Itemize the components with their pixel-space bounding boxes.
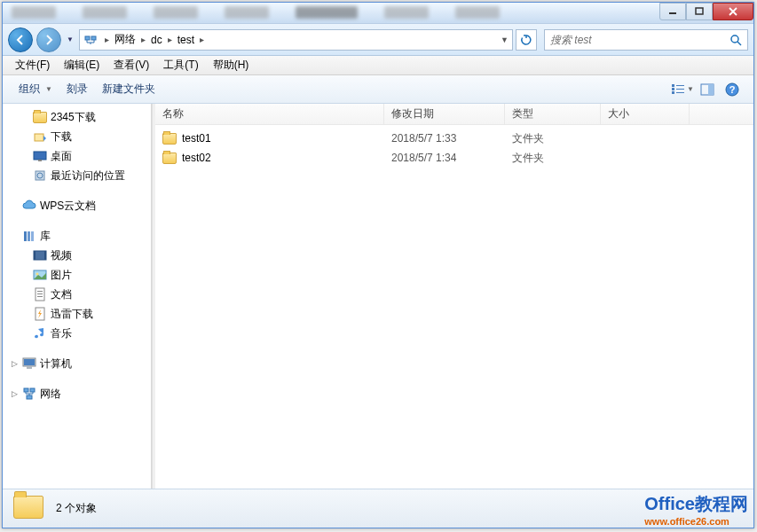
- path-dropdown-icon[interactable]: ▼: [501, 35, 509, 44]
- file-type: 文件夹: [505, 131, 601, 146]
- newfolder-button[interactable]: 新建文件夹: [95, 82, 162, 97]
- sidebar-item-downloads[interactable]: 下载: [3, 127, 151, 146]
- video-icon: [33, 248, 47, 262]
- column-type[interactable]: 类型: [505, 104, 601, 124]
- recent-icon: [33, 168, 47, 183]
- menu-help[interactable]: 帮助(H): [206, 56, 256, 74]
- sidebar-item-thunder-downloads[interactable]: 迅雷下载: [3, 304, 151, 324]
- thunder-icon: [33, 307, 47, 321]
- explorer-window: ▼ ▸ 网络 ▸ dc ▸ test ▸ ▼ 文件(F) 编辑(E) 查看(V: [2, 2, 754, 528]
- sidebar-item-2345-downloads[interactable]: 2345下载: [3, 107, 151, 127]
- file-name: test01: [182, 132, 211, 145]
- sidebar-item-label: 桌面: [51, 149, 72, 164]
- svg-rect-31: [37, 296, 43, 297]
- sidebar-item-videos[interactable]: 视频: [3, 246, 151, 265]
- preview-pane-icon: [700, 83, 714, 96]
- minimize-button[interactable]: [659, 3, 686, 20]
- column-date[interactable]: 修改日期: [384, 104, 505, 124]
- path-arrow-icon[interactable]: ▸: [164, 35, 176, 44]
- network-icon: [22, 387, 36, 401]
- navigation-pane: 2345下载 下载 桌面 最近访问的位置 WPS云文档: [3, 104, 152, 489]
- burn-button[interactable]: 刻录: [59, 82, 95, 97]
- watermark-url: www.office26.com: [644, 516, 748, 527]
- folder-icon: [33, 112, 47, 123]
- menu-view[interactable]: 查看(V): [106, 56, 156, 74]
- sidebar-item-label: 最近访问的位置: [51, 168, 125, 184]
- sidebar-item-libraries[interactable]: 库: [3, 226, 151, 246]
- organize-label: 组织: [19, 82, 40, 97]
- svg-rect-8: [676, 85, 684, 86]
- breadcrumb-network[interactable]: 网络: [113, 32, 138, 47]
- music-icon: [33, 326, 47, 340]
- sidebar-item-wps-cloud[interactable]: WPS云文档: [3, 196, 151, 215]
- refresh-icon: [520, 34, 532, 46]
- list-item[interactable]: test01 2018/5/7 1:33 文件夹: [155, 129, 753, 148]
- sidebar-item-desktop[interactable]: 桌面: [3, 146, 151, 166]
- close-button[interactable]: [713, 3, 753, 20]
- file-list[interactable]: test01 2018/5/7 1:33 文件夹 test02 2018/5/7…: [155, 125, 753, 489]
- file-type: 文件夹: [505, 151, 601, 166]
- svg-rect-1: [696, 8, 703, 14]
- search-icon[interactable]: [729, 34, 742, 46]
- svg-rect-15: [35, 134, 43, 141]
- maximize-button[interactable]: [686, 3, 713, 20]
- preview-pane-button[interactable]: [695, 79, 720, 100]
- svg-rect-17: [38, 160, 42, 161]
- svg-rect-36: [24, 388, 28, 392]
- sidebar-item-documents[interactable]: 文档: [3, 285, 151, 304]
- svg-rect-25: [44, 251, 46, 260]
- sidebar-item-music[interactable]: 音乐: [3, 324, 151, 343]
- titlebar: [3, 3, 753, 24]
- folder-icon: [162, 153, 177, 164]
- sidebar-item-label: WPS云文档: [40, 199, 96, 214]
- menu-tools[interactable]: 工具(T): [156, 56, 205, 74]
- path-arrow-icon[interactable]: ▸: [196, 35, 208, 44]
- address-path[interactable]: ▸ 网络 ▸ dc ▸ test ▸ ▼: [79, 29, 513, 51]
- svg-rect-10: [676, 92, 684, 93]
- sidebar-item-computer[interactable]: ▷ 计算机: [3, 354, 151, 373]
- network-location-icon: [83, 33, 98, 47]
- watermark-title: Office教程网: [644, 494, 748, 513]
- status-folder-icon: [13, 496, 45, 522]
- menu-file[interactable]: 文件(F): [8, 56, 57, 74]
- sidebar-item-label: 下载: [51, 129, 72, 145]
- file-name: test02: [182, 152, 211, 164]
- history-dropdown[interactable]: ▼: [65, 31, 75, 49]
- sidebar-item-recent[interactable]: 最近访问的位置: [3, 166, 151, 185]
- search-box[interactable]: [544, 29, 748, 51]
- sidebar-item-label: 网络: [40, 387, 61, 402]
- sidebar-item-label: 迅雷下载: [51, 307, 93, 322]
- svg-rect-7: [672, 91, 674, 94]
- sidebar-item-label: 库: [40, 229, 51, 244]
- menu-edit[interactable]: 编辑(E): [57, 56, 106, 74]
- help-icon: ?: [725, 82, 739, 97]
- back-button[interactable]: [8, 27, 33, 52]
- search-input[interactable]: [550, 34, 729, 46]
- sidebar-item-label: 音乐: [51, 326, 72, 341]
- file-date: 2018/5/7 1:34: [384, 152, 505, 164]
- sidebar-item-label: 计算机: [40, 356, 72, 372]
- forward-button[interactable]: [36, 27, 61, 52]
- breadcrumb-test[interactable]: test: [176, 34, 196, 46]
- column-name[interactable]: 名称: [155, 104, 384, 124]
- organize-button[interactable]: 组织 ▼: [12, 82, 59, 97]
- column-headers: 名称 修改日期 类型 大小: [155, 104, 753, 125]
- svg-rect-20: [24, 231, 27, 241]
- help-button[interactable]: ?: [720, 79, 745, 100]
- column-size[interactable]: 大小: [601, 104, 690, 124]
- breadcrumb-dc[interactable]: dc: [149, 34, 164, 46]
- status-text: 2 个对象: [56, 501, 97, 516]
- svg-rect-23: [34, 251, 46, 260]
- view-options-button[interactable]: ▼: [670, 79, 695, 100]
- svg-rect-9: [676, 89, 684, 90]
- menubar: 文件(F) 编辑(E) 查看(V) 工具(T) 帮助(H): [3, 56, 753, 75]
- path-arrow-icon[interactable]: ▸: [101, 35, 113, 44]
- refresh-button[interactable]: [516, 29, 537, 51]
- sidebar-item-network[interactable]: ▷ 网络: [3, 384, 151, 403]
- sidebar-item-pictures[interactable]: 图片: [3, 265, 151, 285]
- arrow-left-icon: [15, 35, 26, 45]
- svg-rect-38: [27, 395, 32, 399]
- path-arrow-icon[interactable]: ▸: [138, 35, 149, 44]
- close-icon: [729, 7, 737, 16]
- list-item[interactable]: test02 2018/5/7 1:34 文件夹: [155, 148, 753, 168]
